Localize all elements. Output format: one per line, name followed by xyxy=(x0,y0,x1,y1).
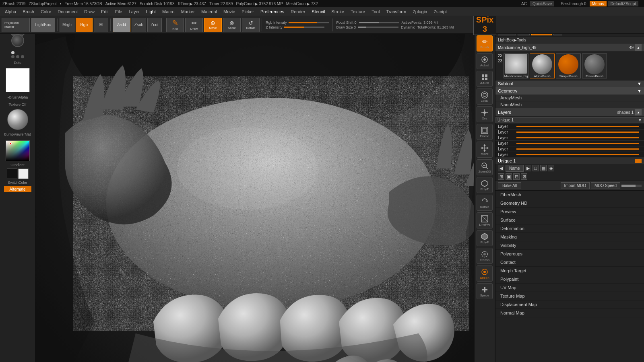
texture-map-item[interactable]: Texture Map xyxy=(495,292,644,300)
nanomesh-item[interactable]: NanoMesh xyxy=(495,101,644,108)
rgb-btn[interactable]: Rgb xyxy=(76,18,93,32)
layer-row-6[interactable]: Layer xyxy=(495,152,644,158)
menu-render[interactable]: Render xyxy=(287,8,308,15)
layer-slider-1[interactable] xyxy=(516,126,639,127)
alphabrush-thumb[interactable]: AlphaBrush xyxy=(530,53,555,78)
name-badge[interactable]: Name xyxy=(506,165,524,172)
m-btn[interactable]: M xyxy=(94,18,108,32)
strip-move-btn[interactable]: Move xyxy=(477,142,493,158)
menu-stencil[interactable]: Stencil xyxy=(308,8,328,15)
menu-tool[interactable]: Tool xyxy=(368,8,383,15)
viewport[interactable] xyxy=(35,34,495,362)
move-tool-btn[interactable]: ⊕ Move xyxy=(204,18,222,32)
layer-row-4[interactable]: Layer xyxy=(495,141,644,146)
layers-expand-btn[interactable]: ▲ xyxy=(635,109,642,115)
menu-stroke[interactable]: Stroke xyxy=(328,8,347,15)
strip-rotate-btn[interactable]: Rotate xyxy=(477,195,493,211)
lightbox-tools-label[interactable]: LightBox▶Tools xyxy=(495,37,644,43)
brush-alpha-preview[interactable] xyxy=(6,68,30,92)
strip-local-btn[interactable]: Local xyxy=(477,88,493,105)
menu-draw[interactable]: Draw xyxy=(81,8,98,15)
normal-map-item[interactable]: Normal Map xyxy=(495,309,644,317)
strip-seethrough-btn[interactable]: SeeTh xyxy=(477,265,493,282)
color-picker[interactable] xyxy=(6,140,30,161)
layer-row-5[interactable]: Layer xyxy=(495,146,644,152)
menu-macro[interactable]: Macro xyxy=(159,8,178,15)
simplebrush-thumb[interactable]: SimpleBrush xyxy=(556,53,581,78)
icon-sq5[interactable]: ▣ xyxy=(506,173,512,180)
polypaint-item[interactable]: Polypaint xyxy=(495,275,644,284)
icon-sq1[interactable]: □ xyxy=(533,165,539,171)
layer-slider-3[interactable] xyxy=(516,137,639,138)
black-swatch[interactable] xyxy=(7,169,17,179)
menu-edit[interactable]: Edit xyxy=(98,8,112,15)
dot3[interactable] xyxy=(16,55,19,58)
z-intensity-slider[interactable] xyxy=(284,27,324,28)
surface-item[interactable]: Surface xyxy=(495,216,644,224)
strip-actual-btn[interactable]: Actual xyxy=(477,53,493,69)
menu-material[interactable]: Material xyxy=(198,8,220,15)
layer-slider-5[interactable] xyxy=(516,148,639,150)
arrow-right-btn[interactable]: ▶ xyxy=(525,165,531,171)
strip-aaraft-btn[interactable]: AAraft xyxy=(477,71,493,87)
icon-sq3[interactable]: ◈ xyxy=(548,165,554,171)
spix-value[interactable]: SPix 3 xyxy=(473,14,496,35)
visibility-item[interactable]: Visibility xyxy=(495,241,644,250)
polygroups-item[interactable]: Polygroups xyxy=(495,250,644,258)
deformation-item[interactable]: Deformation xyxy=(495,224,644,233)
layers-header[interactable]: Layers shapes 1 ▲ xyxy=(495,108,644,116)
projection-master-btn[interactable]: Projection Master xyxy=(2,18,30,32)
default-zscript[interactable]: DefaultZScript xyxy=(608,1,638,6)
import-mdo-btn[interactable]: Import MDO xyxy=(561,182,590,189)
layer-row-1[interactable]: Layer xyxy=(495,124,644,130)
unique-slider[interactable] xyxy=(635,159,642,163)
menu-texture[interactable]: Texture xyxy=(347,8,368,15)
edit-btn[interactable]: ✎ Edit xyxy=(166,18,184,32)
mdo-speed-btn[interactable]: MDO Speed xyxy=(591,182,620,189)
masking-item[interactable]: Masking xyxy=(495,233,644,241)
arraymesh-item[interactable]: ArrayMesh xyxy=(495,95,644,101)
layer-slider-2[interactable] xyxy=(516,132,639,133)
3d-scene[interactable] xyxy=(35,34,495,362)
menu-zplugin[interactable]: Zplugin xyxy=(409,8,430,15)
menu-color[interactable]: Color xyxy=(37,8,54,15)
eraserbrush-thumb[interactable]: EraserBrush xyxy=(582,53,607,78)
layer-row-2[interactable]: Layer xyxy=(495,130,644,135)
uv-map-item[interactable]: UV Map xyxy=(495,284,644,292)
see-through[interactable]: See-through 0 xyxy=(561,2,586,6)
rgb-intensity-slider[interactable] xyxy=(289,22,329,23)
unique-dropdown[interactable]: Unique 1 ▼ xyxy=(495,117,644,123)
lightbox-btn[interactable]: LightBox xyxy=(31,18,55,32)
dot1[interactable] xyxy=(11,51,14,54)
contact-item[interactable]: Contact xyxy=(495,258,644,267)
icon-sq7[interactable]: ⊠ xyxy=(521,173,527,180)
icon-sq4[interactable]: ⊞ xyxy=(498,173,504,180)
menu-picker[interactable]: Picker xyxy=(238,8,257,15)
strip-polyt-btn[interactable]: PolyT xyxy=(477,177,493,193)
menu-document[interactable]: Document xyxy=(54,8,81,15)
menu-brush[interactable]: Brush xyxy=(19,8,37,15)
menu-marker[interactable]: Marker xyxy=(178,8,198,15)
rotate-tool-btn[interactable]: ↺ Rotate xyxy=(242,18,260,32)
morph-target-item[interactable]: Morph Target xyxy=(495,267,644,275)
strip-linefw-btn[interactable]: LineFW xyxy=(477,212,493,228)
alternate-btn[interactable]: Alternate xyxy=(4,186,31,192)
layer-slider-4[interactable] xyxy=(516,143,639,144)
strip-spnce-btn[interactable]: Spnce xyxy=(477,283,493,299)
icon-sq6[interactable]: ⊟ xyxy=(513,173,520,180)
scale-btn[interactable]: ⊗ Scale xyxy=(223,18,241,32)
menus-btn[interactable]: Menus xyxy=(590,1,607,6)
strip-frame-btn[interactable]: Frame xyxy=(477,124,493,140)
menu-light[interactable]: Light xyxy=(143,8,159,15)
strip-polyf-btn[interactable]: PolyF xyxy=(477,230,493,246)
fibermesh-item[interactable]: FiberMesh xyxy=(495,191,644,199)
counter-up-btn[interactable]: ▲ xyxy=(635,44,642,51)
menu-movie[interactable]: Movie xyxy=(220,8,238,15)
displacement-map-item[interactable]: Displacement Map xyxy=(495,300,644,309)
icon-sq2[interactable]: ▩ xyxy=(540,165,547,171)
preview-item[interactable]: Preview xyxy=(495,208,644,216)
dot2[interactable] xyxy=(11,55,14,58)
menu-layer[interactable]: Layer xyxy=(126,8,143,15)
zsub-btn[interactable]: Zsub xyxy=(132,18,146,32)
gyro-inner-ring[interactable] xyxy=(11,34,24,47)
